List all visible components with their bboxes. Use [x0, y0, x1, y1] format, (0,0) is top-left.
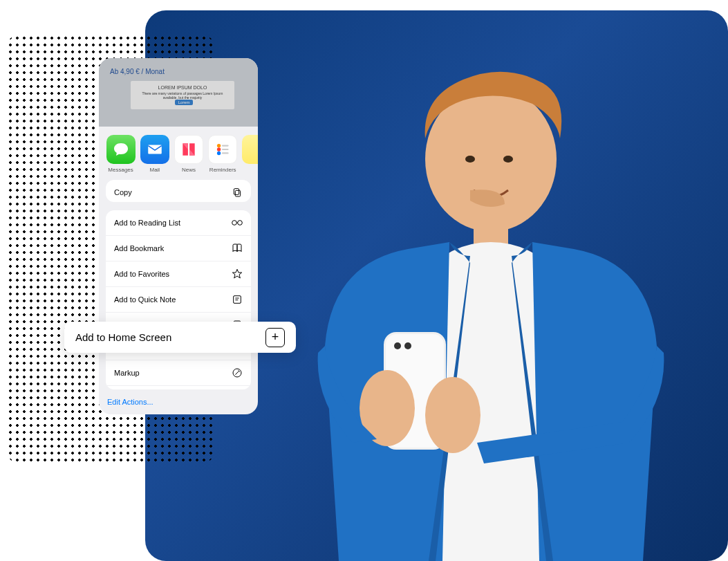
- svg-rect-16: [222, 152, 229, 154]
- svg-rect-10: [148, 145, 162, 154]
- action-bookmark[interactable]: Add Bookmark: [106, 236, 251, 261]
- edit-actions-link[interactable]: Edit Actions...: [99, 398, 258, 414]
- preview-card-body: There are many variations of passages Lo…: [135, 91, 230, 100]
- action-group-main: Add to Reading List Add Bookmark Add to …: [106, 210, 251, 389]
- action-print[interactable]: Print: [106, 386, 251, 389]
- site-preview: Ab 4,90 € / Monat LOREM IPSUM DOLO There…: [99, 58, 258, 127]
- svg-rect-21: [234, 295, 241, 303]
- book-icon: [232, 243, 243, 254]
- svg-point-9: [425, 377, 480, 453]
- share-app-news[interactable]: News: [174, 135, 203, 173]
- action-group-copy: Copy: [106, 180, 251, 202]
- mail-label: Mail: [149, 167, 160, 173]
- svg-point-7: [404, 342, 411, 349]
- messages-label: Messages: [108, 167, 133, 173]
- preview-card: LOREM IPSUM DOLO There are many variatio…: [131, 81, 234, 109]
- plus-square-icon: +: [265, 328, 285, 347]
- share-app-mail[interactable]: Mail: [140, 135, 169, 173]
- action-reading-list[interactable]: Add to Reading List: [106, 210, 251, 236]
- quick-note-label: Add to Quick Note: [114, 295, 176, 304]
- svg-point-19: [232, 220, 237, 225]
- note-icon: [232, 294, 243, 305]
- svg-rect-12: [222, 145, 229, 146]
- reminders-icon: [208, 135, 237, 164]
- add-to-home-screen-callout[interactable]: Add to Home Screen +: [64, 322, 296, 353]
- svg-point-2: [503, 156, 513, 163]
- glasses-icon: [232, 217, 243, 228]
- share-app-messages[interactable]: Messages: [106, 135, 136, 173]
- svg-point-13: [217, 147, 221, 151]
- svg-rect-3: [474, 218, 508, 246]
- action-markup[interactable]: Markup: [106, 360, 251, 386]
- action-favorites[interactable]: Add to Favorites: [106, 261, 251, 287]
- svg-point-6: [394, 342, 401, 349]
- mail-icon: [140, 135, 169, 164]
- markup-label: Markup: [114, 369, 140, 377]
- favorites-label: Add to Favorites: [114, 270, 169, 278]
- copy-icon: [232, 187, 243, 198]
- markup-icon: [232, 367, 243, 378]
- reading-list-label: Add to Reading List: [114, 219, 180, 227]
- add-to-home-screen-label: Add to Home Screen: [75, 331, 171, 343]
- svg-point-20: [238, 220, 243, 225]
- notes-icon: [242, 135, 258, 164]
- bookmark-label: Add Bookmark: [114, 244, 164, 252]
- share-app-notes[interactable]: [242, 135, 258, 173]
- action-copy[interactable]: Copy: [106, 180, 251, 202]
- phone-share-sheet: Ab 4,90 € / Monat LOREM IPSUM DOLO There…: [99, 58, 258, 414]
- person-illustration: [270, 55, 712, 561]
- preview-price: Ab 4,90 € / Monat: [110, 68, 247, 75]
- svg-rect-17: [235, 190, 240, 196]
- news-label: News: [182, 167, 196, 173]
- star-icon: [232, 268, 243, 279]
- svg-rect-18: [234, 188, 239, 194]
- action-quick-note[interactable]: Add to Quick Note: [106, 287, 251, 313]
- news-icon: [174, 135, 203, 164]
- svg-rect-14: [222, 149, 229, 150]
- share-apps-row: Messages Mail News Reminders: [99, 127, 258, 180]
- svg-point-15: [217, 151, 221, 154]
- svg-point-11: [217, 143, 221, 147]
- preview-card-title: LOREM IPSUM DOLO: [135, 85, 230, 90]
- svg-point-1: [465, 156, 475, 163]
- messages-icon: [106, 135, 136, 164]
- share-app-reminders[interactable]: Reminders: [208, 135, 238, 173]
- copy-label: Copy: [114, 188, 132, 196]
- reminders-label: Reminders: [209, 167, 236, 173]
- preview-button[interactable]: Lorem: [175, 100, 192, 105]
